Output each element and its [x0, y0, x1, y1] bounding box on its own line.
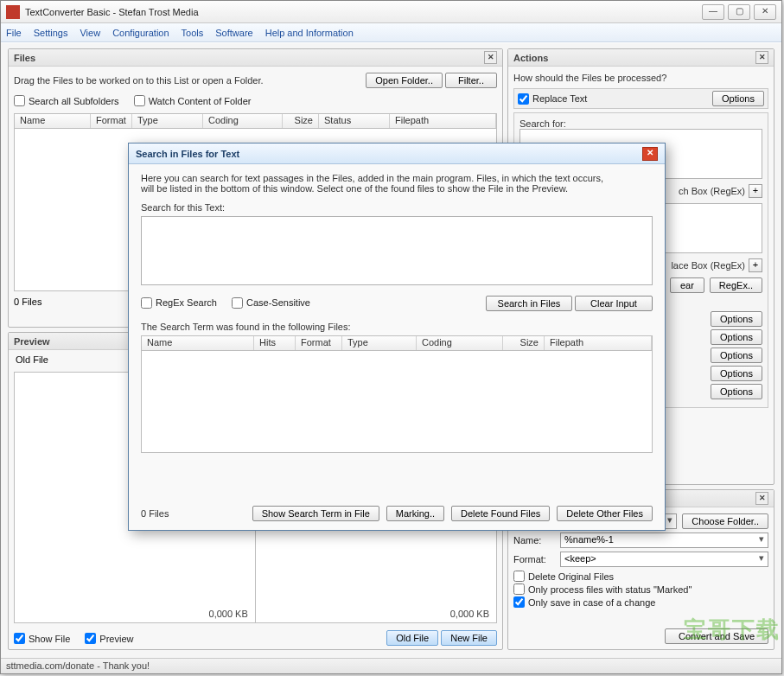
- only-change-checkbox[interactable]: Only save in case of a change: [513, 596, 655, 608]
- files-list-header: Name Format Type Coding Size Status File…: [14, 113, 497, 129]
- results-count: 0 Files: [141, 508, 169, 519]
- clear-input-button[interactable]: Clear Input: [575, 296, 653, 311]
- delete-other-button[interactable]: Delete Other Files: [557, 506, 653, 521]
- close-button[interactable]: ✕: [754, 4, 776, 20]
- results-list-header: Name Hits Format Type Coding Size Filepa…: [141, 335, 653, 351]
- replace-add-icon[interactable]: +: [749, 258, 762, 272]
- search-box-regex-label: ch Box (RegEx): [679, 186, 745, 196]
- search-in-files-dialog: Search in Files for Text ✕ Here you can …: [128, 143, 666, 531]
- menu-software[interactable]: Software: [215, 28, 252, 38]
- option-row-button[interactable]: Options: [711, 384, 762, 399]
- files-close-icon[interactable]: ✕: [484, 51, 497, 64]
- option-row-button[interactable]: Options: [711, 311, 762, 327]
- results-list[interactable]: [141, 351, 653, 453]
- option-row-button[interactable]: Options: [711, 348, 762, 363]
- name-label: Name:: [513, 535, 555, 545]
- clear-button[interactable]: ear: [670, 277, 704, 293]
- name-dropdown[interactable]: %name%-1: [560, 533, 768, 548]
- old-file-button[interactable]: Old File: [386, 630, 438, 646]
- search-in-files-button[interactable]: Search in Files: [486, 296, 572, 311]
- actions-question: How should the Files be processed?: [513, 73, 768, 83]
- watch-folder-checkbox[interactable]: Watch Content of Folder: [134, 95, 252, 106]
- menu-settings[interactable]: Settings: [34, 28, 68, 38]
- marking-button[interactable]: Marking..: [386, 506, 444, 521]
- app-icon: [6, 5, 20, 19]
- menu-configuration[interactable]: Configuration: [112, 28, 169, 38]
- search-text-textarea[interactable]: [141, 216, 653, 285]
- delete-found-button[interactable]: Delete Found Files: [451, 506, 550, 521]
- titlebar: TextConverter Basic - Stefan Trost Media…: [1, 1, 781, 23]
- case-sensitive-checkbox[interactable]: Case-Sensitive: [232, 297, 310, 309]
- statusbar: sttmedia.com/donate - Thank you!: [1, 658, 781, 673]
- window-title: TextConverter Basic - Stefan Trost Media: [25, 7, 702, 17]
- option-row-button[interactable]: Options: [711, 329, 762, 345]
- preview-title: Preview: [14, 336, 50, 347]
- regex-button[interactable]: RegEx..: [710, 277, 762, 293]
- replace-options-button[interactable]: Options: [712, 91, 764, 106]
- maximize-button[interactable]: ▢: [728, 4, 750, 20]
- show-search-term-button[interactable]: Show Search Term in File: [252, 506, 379, 521]
- dialog-desc1: Here you can search for text passages in…: [141, 173, 653, 183]
- convert-save-button[interactable]: Convert and Save: [665, 628, 768, 644]
- menubar: File Settings View Configuration Tools S…: [1, 23, 781, 42]
- menu-help[interactable]: Help and Information: [265, 28, 354, 38]
- replace-box-regex-label: lace Box (RegEx): [671, 260, 745, 271]
- search-add-icon[interactable]: +: [749, 184, 762, 198]
- dialog-title: Search in Files for Text: [136, 149, 239, 159]
- files-title: Files: [14, 53, 35, 63]
- new-file-button[interactable]: New File: [441, 630, 497, 646]
- choose-folder-button[interactable]: Choose Folder..: [682, 513, 768, 529]
- dialog-close-icon[interactable]: ✕: [642, 147, 658, 161]
- actions-close-icon[interactable]: ✕: [755, 51, 768, 64]
- filter-button[interactable]: Filter..: [445, 73, 497, 88]
- format-label: Format:: [513, 554, 555, 564]
- only-marked-checkbox[interactable]: Only process files with status "Marked": [513, 584, 692, 595]
- minimize-button[interactable]: —: [702, 4, 724, 20]
- menu-file[interactable]: File: [6, 28, 22, 38]
- format-dropdown[interactable]: <keep>: [560, 552, 768, 567]
- actions-title: Actions: [513, 53, 548, 63]
- storage-close-icon[interactable]: ✕: [755, 492, 768, 505]
- old-size: 0,000 KB: [209, 609, 248, 619]
- menu-tools[interactable]: Tools: [182, 28, 204, 38]
- search-subfolders-checkbox[interactable]: Search all Subfolders: [14, 95, 119, 106]
- regex-search-checkbox[interactable]: RegEx Search: [141, 297, 217, 309]
- found-label: The Search Term was found in the followi…: [141, 322, 653, 332]
- preview-checkbox[interactable]: Preview: [85, 633, 133, 644]
- menu-view[interactable]: View: [80, 28, 100, 38]
- show-file-checkbox[interactable]: Show File: [14, 633, 70, 644]
- delete-original-checkbox[interactable]: Delete Original Files: [513, 571, 614, 582]
- dialog-desc2: will be listed in the bottom of this win…: [141, 183, 653, 194]
- files-hint: Drag the Files to be worked on to this L…: [14, 75, 264, 86]
- search-text-label: Search for this Text:: [141, 202, 653, 213]
- replace-text-checkbox[interactable]: Replace Text: [518, 93, 587, 105]
- option-row-button[interactable]: Options: [711, 366, 762, 381]
- open-folder-button[interactable]: Open Folder..: [366, 73, 443, 88]
- new-size: 0,000 KB: [450, 609, 489, 619]
- search-for-label: Search for:: [519, 118, 762, 129]
